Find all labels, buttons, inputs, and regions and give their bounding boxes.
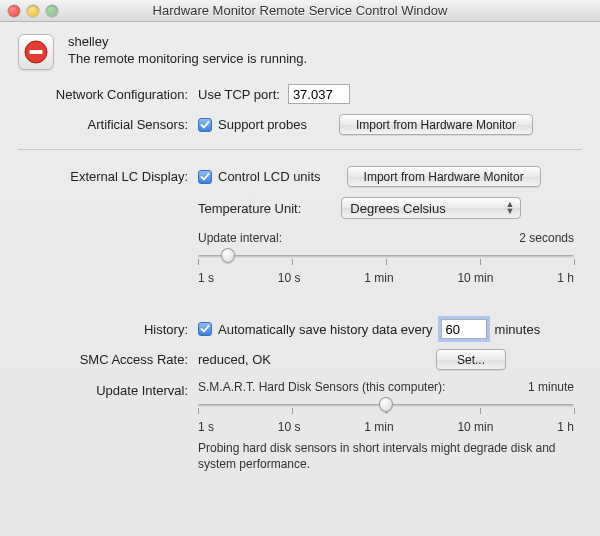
history-auto-save-checkbox[interactable]: Automatically save history data every <box>198 322 433 337</box>
checkbox-icon <box>198 118 212 132</box>
stop-circle-icon <box>24 40 48 64</box>
smart-slider-ticks: 1 s 10 s 1 min 10 min 1 h <box>198 420 574 434</box>
smart-update-interval-slider[interactable] <box>198 396 574 414</box>
tick-label: 1 h <box>557 271 574 285</box>
stop-service-button[interactable] <box>18 34 54 70</box>
lcd-update-interval-slider[interactable] <box>198 247 574 265</box>
smc-access-rate-label: SMC Access Rate: <box>18 349 188 367</box>
service-status: The remote monitoring service is running… <box>68 51 307 66</box>
support-probes-checkbox[interactable]: Support probes <box>198 117 307 132</box>
smc-set-button[interactable]: Set... <box>436 349 506 370</box>
artificial-sensors-label: Artificial Sensors: <box>18 114 188 132</box>
lcd-update-interval-value: 2 seconds <box>519 231 574 245</box>
external-lc-display-label: External LC Display: <box>18 166 188 184</box>
svg-rect-1 <box>30 50 43 54</box>
header-text: shelley The remote monitoring service is… <box>68 34 307 66</box>
history-text-unit: minutes <box>495 322 541 337</box>
tick-label: 10 s <box>278 271 301 285</box>
history-label: History: <box>18 319 188 337</box>
tick-label: 1 s <box>198 271 214 285</box>
tick-label: 10 min <box>457 420 493 434</box>
history-text-prefix: Automatically save history data every <box>218 322 433 337</box>
checkbox-icon <box>198 170 212 184</box>
tick-label: 1 h <box>557 420 574 434</box>
support-probes-label: Support probes <box>218 117 307 132</box>
separator <box>18 149 582 150</box>
temperature-unit-label: Temperature Unit: <box>198 201 301 216</box>
tick-label: 1 min <box>364 420 393 434</box>
smart-performance-note: Probing hard disk sensors in short inter… <box>198 440 574 472</box>
tick-label: 1 min <box>364 271 393 285</box>
use-tcp-port-label: Use TCP port: <box>198 87 280 102</box>
control-lcd-label: Control LCD units <box>218 169 321 184</box>
smart-slider-title: S.M.A.R.T. Hard Disk Sensors (this compu… <box>198 380 445 394</box>
checkbox-icon <box>198 322 212 336</box>
hostname: shelley <box>68 34 307 49</box>
tcp-port-input[interactable] <box>288 84 350 104</box>
network-config-label: Network Configuration: <box>18 84 188 102</box>
temperature-unit-value: Degrees Celsius <box>350 201 445 216</box>
window-title: Hardware Monitor Remote Service Control … <box>0 3 600 18</box>
update-interval-label: Update Interval: <box>18 380 188 398</box>
lcd-update-interval-title: Update interval: <box>198 231 282 245</box>
smc-access-rate-value: reduced, OK <box>198 352 428 367</box>
import-lcd-button[interactable]: Import from Hardware Monitor <box>347 166 541 187</box>
temperature-unit-popup[interactable]: Degrees Celsius ▲▼ <box>341 197 521 219</box>
lcd-slider-ticks: 1 s 10 s 1 min 10 min 1 h <box>198 271 574 285</box>
history-minutes-input[interactable] <box>441 319 487 339</box>
tick-label: 1 s <box>198 420 214 434</box>
window-titlebar: Hardware Monitor Remote Service Control … <box>0 0 600 22</box>
tick-label: 10 s <box>278 420 301 434</box>
tick-label: 10 min <box>457 271 493 285</box>
chevron-up-down-icon: ▲▼ <box>505 201 514 215</box>
smart-slider-value: 1 minute <box>528 380 574 394</box>
import-artificial-button[interactable]: Import from Hardware Monitor <box>339 114 533 135</box>
control-lcd-checkbox[interactable]: Control LCD units <box>198 169 321 184</box>
